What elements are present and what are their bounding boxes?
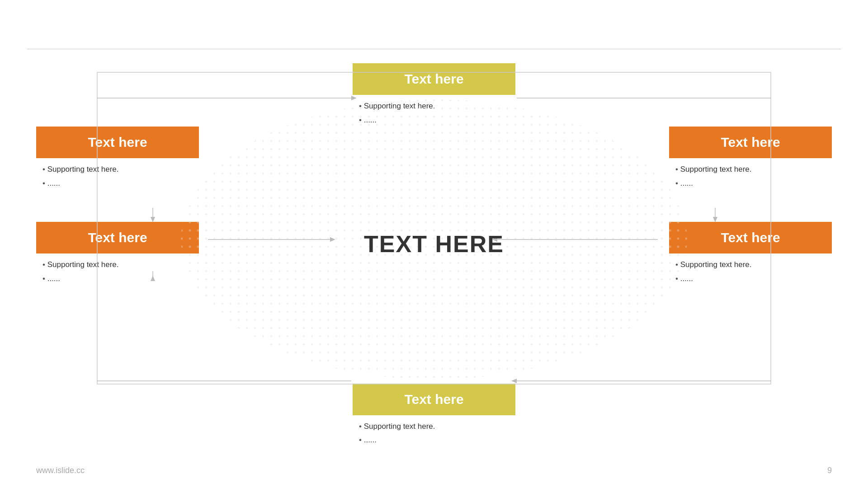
bottom-center-box: Text here xyxy=(353,384,515,415)
right-bottom-support: Supporting text here. ...... xyxy=(669,253,832,286)
right-top-support: Supporting text here. ...... xyxy=(669,158,832,190)
left-bottom-section: Text here Supporting text here. ...... xyxy=(36,222,199,286)
left-bottom-support: Supporting text here. ...... xyxy=(36,253,199,286)
right-bottom-section: Text here Supporting text here. ...... xyxy=(669,222,832,286)
right-column: Text here Supporting text here. ...... T… xyxy=(669,127,832,286)
top-center-box: Text here xyxy=(353,63,515,95)
right-top-box: Text here xyxy=(669,127,832,158)
right-top-section: Text here Supporting text here. ...... xyxy=(669,127,832,190)
center-title: TEXT HERE xyxy=(364,230,504,258)
right-bottom-label: Text here xyxy=(721,230,780,245)
top-center-support: Supporting text here. ...... xyxy=(353,95,515,127)
top-center-label: Text here xyxy=(404,71,463,86)
bottom-center-section: Text here Supporting text here. ...... xyxy=(353,384,515,447)
bottom-center-label: Text here xyxy=(404,392,463,407)
left-top-support: Supporting text here. ...... xyxy=(36,158,199,190)
left-top-label: Text here xyxy=(88,135,147,150)
right-bottom-box: Text here xyxy=(669,222,832,253)
bottom-center-support: Supporting text here. ...... xyxy=(353,415,515,447)
footer-website: www.islide.cc xyxy=(36,466,85,475)
right-top-label: Text here xyxy=(721,135,780,150)
top-center-section: Text here Supporting text here. ...... xyxy=(353,63,515,127)
top-rule xyxy=(27,49,841,49)
left-column: Text here Supporting text here. ...... T… xyxy=(36,127,199,286)
left-bottom-label: Text here xyxy=(88,230,147,245)
svg-marker-14 xyxy=(511,379,517,383)
svg-marker-8 xyxy=(330,237,335,242)
left-bottom-box: Text here xyxy=(36,222,199,253)
left-top-box: Text here xyxy=(36,127,199,158)
footer-page-number: 9 xyxy=(827,466,832,475)
left-top-section: Text here Supporting text here. ...... xyxy=(36,127,199,190)
